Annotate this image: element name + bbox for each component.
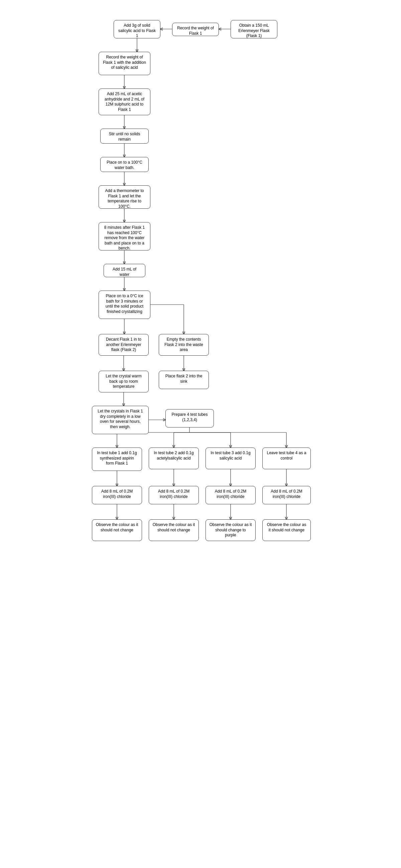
- empty-contents-label: Empty the contents Flask 2 into the wast…: [164, 337, 203, 352]
- tube4-node: Leave test tube 4 as a control: [262, 447, 311, 469]
- add-acetic-node: Add 25 mL of acetic anhydride and 2 mL o…: [98, 89, 150, 115]
- tube2-node: In test tube 2 add 0.1g actetylsalicylic…: [149, 447, 199, 469]
- tube3-node: In test tube 3 add 0.1g salicylic acid: [205, 447, 256, 469]
- observe4-node: Observe the colour as it should not chan…: [262, 519, 311, 541]
- observe1-node: Observe the colour as it should not chan…: [92, 519, 142, 541]
- iron3-label: Add 8 mL of 0.2M iron(III) chloride: [215, 489, 246, 499]
- stir-node: Stir until no solids remain: [100, 129, 149, 144]
- iron4-label: Add 8 mL of 0.2M iron(III) chloride: [271, 489, 302, 499]
- observe4-label: Observe the colour as it should not chan…: [267, 522, 306, 532]
- record-weight2-node: Record the weight of Flask 1 with the ad…: [98, 52, 150, 75]
- obtain-flask-label: Obtain a 150 mL Erlenmeyer Flask (Flask …: [238, 23, 269, 38]
- thermometer-label: Add a thermometer to Flask 1 and let the…: [105, 188, 144, 209]
- iron2-label: Add 8 mL of 0.2M iron(III) chloride: [158, 489, 190, 499]
- warm-crystal-node: Let the crystal warm back up to room tem…: [98, 371, 149, 393]
- observe2-label: Observe the colour as it should not chan…: [153, 522, 195, 532]
- iron4-node: Add 8 mL of 0.2M iron(III) chloride: [262, 486, 311, 504]
- add-salicylic-label: Add 3g of solid salicylic acid to Flask …: [118, 23, 156, 38]
- decant-label: Decant Flask 1 in to another Erlenmeyer …: [106, 337, 141, 352]
- tube2-label: In test tube 2 add 0.1g actetylsalicylic…: [154, 451, 194, 461]
- flask2-sink-node: Place flask 2 into the sink: [159, 371, 209, 389]
- remove-bath-label: 8 minutes after Flask 1 has reached 100°…: [104, 225, 145, 250]
- record-weight2-label: Record the weight of Flask 1 with the ad…: [103, 55, 146, 70]
- add-water-label: Add 15 mL of water: [113, 267, 136, 277]
- observe1-label: Observe the colour as it should not chan…: [96, 522, 138, 532]
- observe2-node: Observe the colour as it should not chan…: [149, 519, 199, 541]
- prepare-tubes-node: Prepare 4 test tubes (1,2,3,4): [165, 409, 214, 428]
- tube3-label: In test tube 3 add 0.1g salicylic acid: [210, 451, 250, 461]
- tube1-node: In test tube 1 add 0.1g synthesized aspi…: [92, 447, 142, 471]
- thermometer-node: Add a thermometer to Flask 1 and let the…: [98, 185, 150, 209]
- add-water-node: Add 15 mL of water: [104, 264, 145, 277]
- iron1-label: Add 8 mL of 0.2M iron(III) chloride: [101, 489, 133, 499]
- record-weight-node: Record the weight of Flask 1: [172, 23, 219, 36]
- water-bath-node: Place on to a 100°C water bath.: [100, 157, 149, 172]
- empty-contents-node: Empty the contents Flask 2 into the wast…: [159, 334, 209, 356]
- record-weight-label: Record the weight of Flask 1: [177, 26, 214, 36]
- prepare-tubes-label: Prepare 4 test tubes (1,2,3,4): [171, 412, 207, 422]
- iron3-node: Add 8 mL of 0.2M iron(III) chloride: [205, 486, 256, 504]
- dry-crystals-label: Let the crystals in Flask 1 dry complete…: [97, 409, 143, 429]
- add-acetic-label: Add 25 mL of acetic anhydride and 2 mL o…: [105, 92, 144, 112]
- iron1-node: Add 8 mL of 0.2M iron(III) chloride: [92, 486, 142, 504]
- tube1-label: In test tube 1 add 0.1g synthesized aspi…: [97, 451, 137, 466]
- iron2-node: Add 8 mL of 0.2M iron(III) chloride: [149, 486, 199, 504]
- tube4-label: Leave test tube 4 as a control: [267, 451, 306, 461]
- dry-crystals-node: Let the crystals in Flask 1 dry complete…: [92, 406, 149, 434]
- warm-crystal-label: Let the crystal warm back up to room tem…: [106, 374, 141, 389]
- stir-label: Stir until no solids remain: [109, 132, 140, 142]
- observe3-label: Observe the colour as it should change t…: [209, 522, 252, 537]
- add-salicylic-node: Add 3g of solid salicylic acid to Flask …: [114, 20, 161, 38]
- water-bath-label: Place on to a 100°C water bath.: [107, 160, 142, 170]
- flask2-sink-label: Place flask 2 into the sink: [165, 374, 202, 384]
- observe3-node: Observe the colour as it should change t…: [205, 519, 256, 541]
- decant-node: Decant Flask 1 in to another Erlenmeyer …: [98, 334, 149, 356]
- obtain-flask-node: Obtain a 150 mL Erlenmeyer Flask (Flask …: [231, 20, 277, 38]
- remove-bath-node: 8 minutes after Flask 1 has reached 100°…: [98, 222, 150, 250]
- ice-bath-label: Place on to a 0°C ice bath for 3 minutes…: [106, 293, 143, 314]
- ice-bath-node: Place on to a 0°C ice bath for 3 minutes…: [98, 290, 150, 319]
